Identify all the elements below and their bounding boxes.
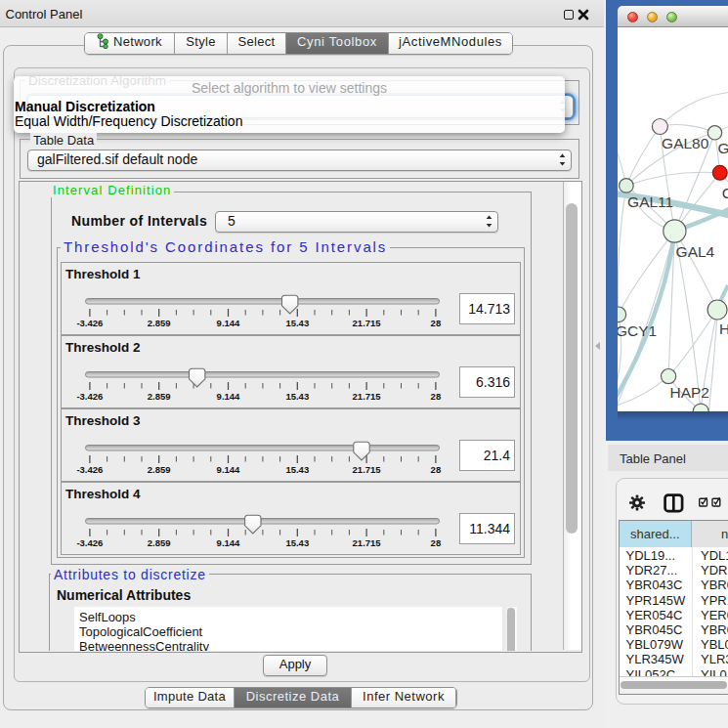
svg-text:21.715: 21.715 — [353, 537, 382, 548]
svg-text:28: 28 — [431, 391, 442, 402]
svg-text:2.859: 2.859 — [148, 391, 171, 402]
svg-text:15.43: 15.43 — [285, 318, 309, 328]
svg-text:28: 28 — [431, 537, 442, 548]
svg-text:9.144: 9.144 — [217, 537, 240, 548]
svg-text:-3.426: -3.426 — [76, 318, 103, 328]
svg-text:21.715: 21.715 — [353, 391, 382, 402]
svg-text:15.43: 15.43 — [285, 391, 309, 402]
svg-text:GAL80: GAL80 — [662, 135, 709, 151]
svg-text:Threshold 4: Threshold 4 — [65, 486, 141, 500]
svg-text:GCY1: GCY1 — [618, 322, 657, 339]
svg-text:2.859: 2.859 — [148, 537, 171, 548]
svg-text:HAP2: HAP2 — [670, 384, 710, 401]
svg-text:28: 28 — [431, 464, 442, 475]
svg-text:2.859: 2.859 — [148, 464, 171, 475]
svg-text:Threshold 3: Threshold 3 — [65, 412, 141, 427]
svg-text:Threshold 1: Threshold 1 — [65, 266, 141, 280]
svg-text:GAL4: GAL4 — [676, 243, 715, 260]
svg-text:-3.426: -3.426 — [76, 464, 103, 475]
svg-text:2.859: 2.859 — [148, 318, 171, 328]
svg-text:GAL11: GAL11 — [627, 193, 673, 210]
svg-text:9.144: 9.144 — [217, 318, 240, 328]
svg-text:-3.426: -3.426 — [76, 537, 103, 548]
svg-text:Threshold 2: Threshold 2 — [65, 339, 141, 354]
svg-text:H: H — [719, 321, 728, 337]
svg-text:15.43: 15.43 — [285, 537, 309, 548]
svg-text:9.144: 9.144 — [217, 464, 240, 475]
svg-text:-3.426: -3.426 — [76, 391, 103, 402]
svg-text:GA: GA — [717, 140, 728, 156]
svg-text:21.715: 21.715 — [353, 318, 382, 328]
svg-text:28: 28 — [431, 318, 442, 328]
svg-text:C: C — [722, 185, 728, 201]
svg-text:21.715: 21.715 — [353, 464, 382, 475]
svg-text:15.43: 15.43 — [285, 464, 309, 475]
svg-text:9.144: 9.144 — [217, 391, 240, 402]
